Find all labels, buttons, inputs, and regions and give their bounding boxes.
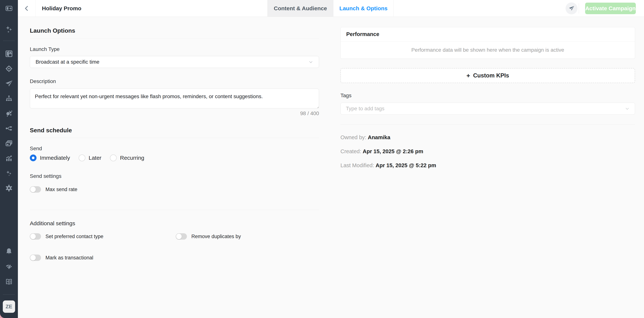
journey-icon[interactable] (4, 124, 14, 133)
section-divider (340, 124, 635, 124)
send-schedule-heading: Send schedule (30, 127, 72, 134)
notifications-icon[interactable] (4, 247, 14, 256)
description-label: Description (30, 78, 56, 84)
analytics-icon[interactable] (4, 154, 14, 163)
radio-button[interactable] (79, 154, 85, 161)
performance-card: Performance Performance data will be sho… (340, 27, 635, 59)
panel-toggle-icon[interactable] (4, 4, 14, 13)
activate-campaign-button[interactable]: Activate Campaign (585, 3, 636, 14)
sparkles-icon[interactable] (4, 169, 14, 178)
dashboard-icon[interactable] (4, 49, 14, 58)
chevron-down-icon[interactable] (625, 106, 630, 111)
section-divider (30, 138, 319, 138)
owned-by-row: Owned by: Anamika (340, 134, 390, 140)
campaign-editor-app: A ZE Holiday Promo Content & Audience La… (0, 0, 644, 318)
toggle-label: Mark as transactional (46, 255, 93, 261)
last-modified-row: Last Modified: Apr 15, 2025 @ 5:22 pm (340, 162, 436, 169)
send-settings-label: Send settings (30, 173, 62, 179)
additional-settings-heading: Additional settings (30, 220, 75, 227)
max-send-rate-toggle-row[interactable]: Max send rate (30, 186, 77, 193)
campaign-summary-panel: Performance Performance data will be sho… (340, 17, 635, 318)
toggle-off[interactable] (30, 233, 41, 240)
radio-button-selected[interactable] (30, 154, 36, 161)
radio-label: Immediately (40, 155, 70, 161)
send-radio-group: Immediately Later Recurring (30, 154, 144, 161)
created-value: Apr 15, 2025 @ 2:26 pm (362, 148, 423, 154)
toggle-label: Set preferred contact type (46, 234, 104, 239)
radio-immediately[interactable]: Immediately (30, 154, 70, 161)
radio-later[interactable]: Later (79, 154, 101, 161)
toggle-label: Remove duplicates by (191, 234, 241, 239)
performance-empty-message: Performance data will be shown here when… (341, 41, 635, 59)
tab-launch-options[interactable]: Launch & Options (333, 0, 394, 17)
char-counter: 98 / 400 (300, 110, 319, 116)
paper-plane-icon (568, 5, 575, 12)
tags-input[interactable] (346, 106, 625, 112)
toggle-label: Max send rate (46, 187, 77, 192)
page-title: Holiday Promo (42, 0, 82, 17)
chevron-left-icon (23, 5, 30, 12)
user-avatar[interactable]: ZE (3, 300, 15, 313)
signal-icon[interactable] (4, 262, 14, 271)
back-button[interactable] (18, 0, 36, 17)
mark-transactional-toggle-row[interactable]: Mark as transactional (30, 255, 93, 261)
settings-icon[interactable] (4, 184, 14, 193)
created-label: Created: (340, 148, 361, 154)
top-header: Holiday Promo Content & Audience Launch … (18, 0, 644, 17)
send-label: Send (30, 145, 42, 151)
header-divider (579, 3, 579, 14)
target-icon[interactable] (4, 64, 14, 73)
hierarchy-icon[interactable] (4, 94, 14, 103)
svg-text:A: A (7, 280, 9, 283)
launch-type-value: Broadcast at a specific time (36, 59, 308, 65)
last-modified-value: Apr 15, 2025 @ 5:22 pm (376, 162, 436, 168)
send-icon[interactable] (4, 79, 14, 88)
performance-heading: Performance (341, 27, 635, 41)
main-content: Launch Options Launch Type Broadcast at … (18, 17, 644, 318)
preferred-contact-type-toggle-row[interactable]: Set preferred contact type (30, 233, 104, 240)
tags-label: Tags (340, 93, 352, 99)
launch-type-label: Launch Type (30, 46, 60, 52)
radio-label: Recurring (120, 155, 144, 161)
custom-kpis-button[interactable]: + Custom KPIs (340, 68, 635, 83)
tags-input-container (340, 103, 635, 115)
launch-options-panel: Launch Options Launch Type Broadcast at … (30, 17, 319, 318)
radio-recurring[interactable]: Recurring (110, 154, 144, 161)
toggle-off[interactable] (30, 186, 41, 193)
sidebar-divider (3, 41, 15, 41)
campaign-tabs: Content & Audience Launch & Options (268, 0, 394, 17)
launch-options-heading: Launch Options (30, 27, 75, 34)
description-textarea[interactable]: Perfect for relevant yet non-urgent mess… (30, 89, 319, 108)
radio-label: Later (89, 155, 101, 161)
custom-kpis-label: Custom KPIs (473, 72, 509, 79)
ai-sparkles-icon[interactable] (4, 25, 14, 34)
launch-type-select[interactable]: Broadcast at a specific time (30, 56, 319, 68)
app-sidebar: A ZE (0, 0, 18, 318)
plus-icon: + (466, 72, 470, 79)
audience-icon[interactable] (4, 109, 14, 118)
last-modified-label: Last Modified: (340, 162, 374, 168)
toggle-off[interactable] (176, 233, 187, 240)
toggle-off[interactable] (30, 255, 41, 261)
remove-duplicates-toggle-row[interactable]: Remove duplicates by (176, 233, 241, 240)
owned-by-label: Owned by: (340, 134, 366, 140)
owned-by-value: Anamika (368, 134, 390, 140)
sidebar-divider (3, 294, 15, 295)
send-test-button[interactable] (566, 3, 578, 14)
tab-content-audience[interactable]: Content & Audience (268, 0, 333, 17)
section-divider (30, 38, 319, 39)
radio-button[interactable] (110, 154, 117, 161)
created-row: Created: Apr 15, 2025 @ 2:26 pm (340, 148, 423, 154)
chevron-down-icon (308, 60, 313, 64)
docs-icon[interactable]: A (4, 277, 14, 286)
templates-icon[interactable] (4, 139, 14, 148)
